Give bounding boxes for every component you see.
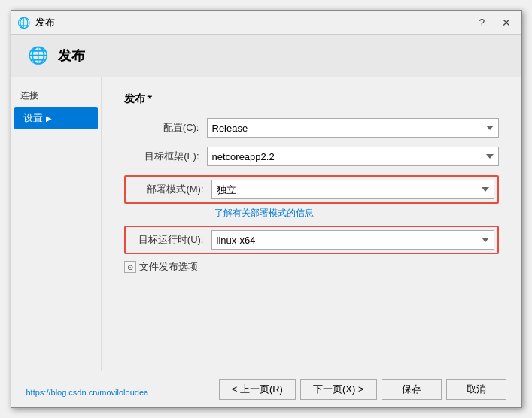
sidebar: 连接 设置 ▶ [11,77,102,371]
publish-dialog: 🌐 发布 ? ✕ 🌐 发布 连接 设置 ▶ 发布 * 配置(C): [11,10,522,408]
learn-more-link[interactable]: 了解有关部署模式的信息 [214,207,499,220]
header-area: 🌐 发布 [11,35,521,77]
title-bar-left: 🌐 发布 [17,16,55,29]
title-bar-right: ? ✕ [473,14,515,32]
sidebar-connection-label: 连接 [11,85,101,107]
target-runtime-row: 目标运行时(U): linux-x64 win-x64 osx-x64 port… [129,230,494,250]
main-content: 发布 * 配置(C): Release Debug 目标框架(F): netco… [102,77,521,371]
config-label: 配置(C): [124,121,207,135]
header-title: 发布 [58,47,85,65]
target-framework-label: 目标框架(F): [124,150,207,163]
sidebar-item-settings[interactable]: 设置 ▶ [14,107,98,129]
deploy-mode-select[interactable]: 独立 依赖框架 [211,180,494,199]
target-framework-control: netcoreapp2.2 netcoreapp2.1 net461 [207,147,499,166]
file-publish-label: 文件发布选项 [139,260,198,274]
target-runtime-label: 目标运行时(U): [129,233,211,247]
next-button[interactable]: 下一页(X) > [300,379,377,400]
file-publish-section[interactable]: ⊙ 文件发布选项 [124,260,499,274]
deploy-mode-row: 部署模式(M): 独立 依赖框架 [129,180,494,199]
deploy-mode-control: 独立 依赖框架 [211,180,494,199]
title-bar: 🌐 发布 ? ✕ [11,11,521,35]
save-button[interactable]: 保存 [382,379,442,400]
section-title: 发布 * [124,92,499,106]
cancel-button[interactable]: 取消 [446,379,506,400]
sidebar-settings-label: 设置 [23,111,43,125]
config-row: 配置(C): Release Debug [124,118,499,138]
target-runtime-select[interactable]: linux-x64 win-x64 osx-x64 portable [211,230,494,250]
collapsible-toggle-icon[interactable]: ⊙ [124,261,136,273]
help-button[interactable]: ? [473,14,491,32]
config-select[interactable]: Release Debug [207,118,499,138]
target-framework-select[interactable]: netcoreapp2.2 netcoreapp2.1 net461 [207,147,499,166]
target-runtime-control: linux-x64 win-x64 osx-x64 portable [211,230,494,250]
sidebar-arrow-icon: ▶ [46,114,52,123]
footer-wrapper: < 上一页(R) 下一页(X) > 保存 取消 https://blog.csd… [11,371,521,407]
target-framework-row: 目标框架(F): netcoreapp2.2 netcoreapp2.1 net… [124,147,499,166]
deploy-mode-label: 部署模式(M): [129,183,211,196]
header-globe-icon: 🌐 [26,44,50,68]
prev-button[interactable]: < 上一页(R) [219,379,296,400]
blog-link[interactable]: https://blog.csdn.cn/moviloloudea [26,388,149,397]
dialog-body: 连接 设置 ▶ 发布 * 配置(C): Release Debug [11,77,521,371]
config-control: Release Debug [207,118,499,138]
deploy-mode-highlighted: 部署模式(M): 独立 依赖框架 [124,175,499,204]
dialog-title: 发布 [35,16,55,29]
close-button[interactable]: ✕ [497,14,515,32]
dialog-icon: 🌐 [17,16,31,29]
target-runtime-highlighted: 目标运行时(U): linux-x64 win-x64 osx-x64 port… [124,226,499,254]
